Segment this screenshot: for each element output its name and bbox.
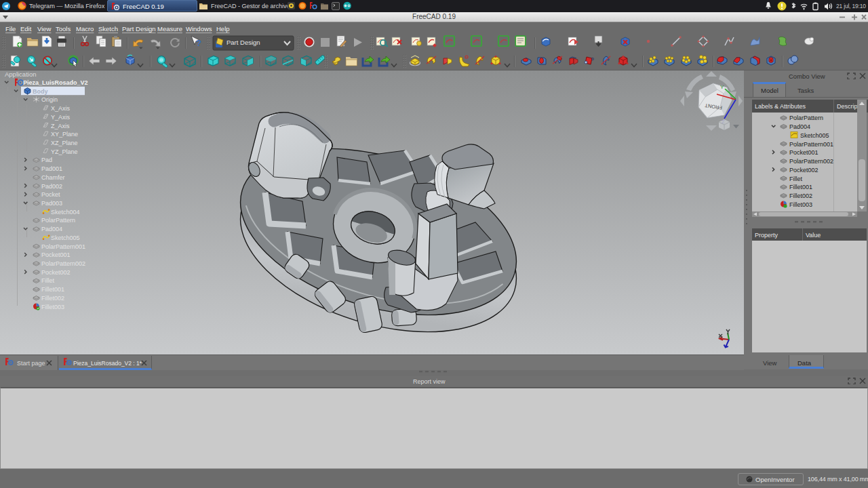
svg-text:Fillet: Fillet (789, 176, 803, 182)
svg-text:Fillet001: Fillet001 (789, 184, 812, 190)
svg-text:Pocket002: Pocket002 (789, 167, 818, 174)
svg-text:PolarPattern002: PolarPattern002 (789, 158, 833, 165)
svg-text:Fillet002: Fillet002 (789, 192, 812, 199)
svg-text:Pocket001: Pocket001 (789, 149, 818, 156)
svg-text:Fillet003: Fillet003 (789, 201, 812, 208)
svg-text:Y: Y (720, 84, 724, 90)
svg-text:PolarPattern: PolarPattern (789, 115, 823, 121)
svg-text:Pad004: Pad004 (789, 123, 810, 130)
svg-text:Sketch005: Sketch005 (800, 132, 829, 139)
svg-text:PolarPattern001: PolarPattern001 (789, 141, 833, 148)
